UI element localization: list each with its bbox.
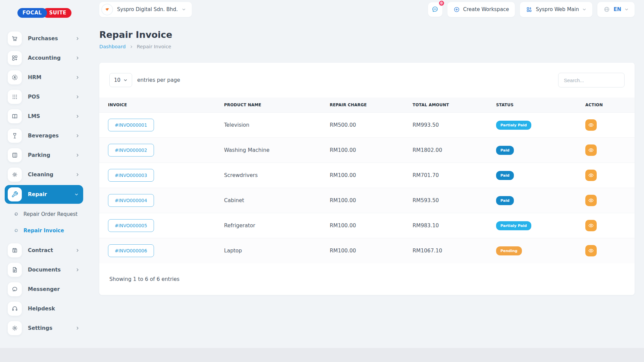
- sidebar-item-repair[interactable]: Repair: [5, 185, 83, 204]
- view-invoice-button[interactable]: [585, 220, 597, 231]
- cart-icon: [8, 32, 22, 46]
- sidebar-item-parking[interactable]: Parking: [0, 145, 89, 165]
- chevron-right-icon: [75, 248, 79, 252]
- sidebar-item-hrm[interactable]: HRM: [0, 68, 89, 87]
- sidebar-item-helpdesk[interactable]: Helpdesk: [0, 299, 89, 318]
- sidebar-item-beverages[interactable]: Beverages: [0, 126, 89, 145]
- chevron-down-icon: [123, 78, 127, 82]
- search-input[interactable]: [558, 73, 625, 87]
- entries-per-page-select[interactable]: 10: [109, 73, 132, 87]
- total-amount-cell: RM983.10: [413, 213, 496, 238]
- sidebar-item-label: Documents: [28, 267, 61, 273]
- chevron-right-icon: [75, 95, 79, 99]
- sidebar-item-label: Settings: [28, 325, 52, 331]
- repair-charge-cell: RM100.00: [330, 238, 413, 263]
- workspace-grid-icon: [526, 6, 532, 13]
- chevron-down-icon: [74, 192, 78, 196]
- breadcrumb-dashboard-link[interactable]: Dashboard: [99, 44, 126, 49]
- status-badge: Paid: [496, 146, 514, 155]
- document-icon: [8, 263, 22, 277]
- table-row: #INVO000004 Cabinet RM100.00 RM593.50 Pa…: [99, 188, 635, 213]
- chevron-right-icon: [75, 173, 79, 177]
- messages-button[interactable]: 0: [428, 2, 442, 17]
- chevron-right-icon: [75, 134, 79, 138]
- view-invoice-button[interactable]: [585, 170, 597, 181]
- brand-logo-left: FOCAL: [17, 8, 47, 18]
- view-invoice-button[interactable]: [585, 119, 597, 131]
- eye-icon: [588, 197, 594, 203]
- chat-icon: [8, 282, 22, 296]
- chevron-right-icon: [75, 268, 79, 272]
- column-header-total-amount: TOTAL AMOUNT: [413, 98, 496, 113]
- column-header-invoice: INVOICE: [99, 98, 224, 113]
- status-badge: Partialy Paid: [496, 121, 531, 130]
- wrench-icon: [8, 187, 22, 201]
- sidebar-item-documents[interactable]: Documents: [0, 260, 89, 280]
- view-invoice-button[interactable]: [585, 245, 597, 256]
- glass-icon: [8, 129, 22, 143]
- language-selector[interactable]: EN: [597, 2, 635, 17]
- create-workspace-label: Create Workspace: [463, 6, 509, 12]
- page-bottom-strip: [0, 348, 644, 362]
- breadcrumb: Dashboard Repair Invoice: [99, 44, 644, 49]
- company-name: Syspro Digital Sdn. Bhd.: [117, 6, 178, 12]
- bullet-circle-icon: [14, 229, 18, 232]
- create-workspace-button[interactable]: Create Workspace: [447, 2, 515, 17]
- product-name-cell: Laptop: [224, 238, 330, 263]
- product-name-cell: Refrigerator: [224, 213, 330, 238]
- parking-icon: [8, 148, 22, 162]
- sidebar-item-contract[interactable]: Contract: [0, 241, 89, 260]
- sidebar-item-pos[interactable]: POS: [0, 87, 89, 107]
- invoice-number-chip[interactable]: #INVO000005: [108, 219, 154, 232]
- table-row: #INVO000003 Screwdrivers RM100.00 RM701.…: [99, 163, 635, 188]
- sidebar-subitem-label: Repair Order Request: [23, 211, 77, 217]
- eye-icon: [588, 122, 594, 128]
- sidebar-item-purchases[interactable]: Purchases: [0, 29, 89, 48]
- sidebar-item-label: Helpdesk: [28, 306, 55, 312]
- company-selector[interactable]: Syspro Digital Sdn. Bhd.: [99, 2, 192, 17]
- sidebar-item-label: Contract: [28, 247, 53, 253]
- table-row: #INVO000001 Television RM500.00 RM993.50…: [99, 113, 635, 138]
- contract-icon: [8, 243, 22, 257]
- sidebar-subitem-repair-order-request[interactable]: Repair Order Request: [0, 206, 89, 222]
- column-header-action: ACTION: [585, 98, 635, 113]
- repair-submenu: Repair Order Request Repair Invoice: [0, 204, 89, 241]
- sidebar-item-lms[interactable]: LMS: [0, 107, 89, 126]
- status-badge: Paid: [496, 196, 514, 205]
- sidebar-subitem-repair-invoice[interactable]: Repair Invoice: [0, 222, 89, 239]
- ledger-grid-icon: [8, 51, 22, 65]
- total-amount-cell: RM1067.10: [413, 238, 496, 263]
- bullet-circle-icon: [14, 212, 18, 216]
- sidebar-item-accounting[interactable]: Accounting: [0, 48, 89, 68]
- view-invoice-button[interactable]: [585, 195, 597, 206]
- total-amount-cell: RM593.50: [413, 188, 496, 213]
- product-name-cell: Washing Machine: [224, 138, 330, 163]
- headset-icon: [8, 302, 22, 316]
- chevron-down-icon: [582, 7, 586, 11]
- chevron-right-icon: [75, 326, 79, 330]
- invoice-number-chip[interactable]: #INVO000001: [108, 119, 154, 131]
- repair-charge-cell: RM100.00: [330, 138, 413, 163]
- language-code: EN: [613, 6, 621, 12]
- sidebar-subitem-label: Repair Invoice: [23, 228, 64, 234]
- sidebar-item-settings[interactable]: Settings: [0, 318, 89, 338]
- workspace-selector[interactable]: Syspro Web Main: [520, 2, 592, 17]
- main-area: Syspro Digital Sdn. Bhd. 0 Create Worksp…: [89, 0, 644, 362]
- sidebar: FOCAL SUITE Purchases Accounting: [0, 0, 89, 362]
- chevron-right-icon: [75, 37, 79, 41]
- chevron-right-icon: [129, 45, 133, 49]
- view-invoice-button[interactable]: [585, 144, 597, 156]
- table-row: #INVO000005 Refrigerator RM100.00 RM983.…: [99, 213, 635, 238]
- topbar: Syspro Digital Sdn. Bhd. 0 Create Worksp…: [99, 0, 644, 19]
- invoice-number-chip[interactable]: #INVO000004: [108, 194, 154, 207]
- invoice-number-chip[interactable]: #INVO000002: [108, 144, 154, 157]
- invoice-number-chip[interactable]: #INVO000006: [108, 244, 154, 257]
- invoice-number-chip[interactable]: #INVO000003: [108, 169, 154, 182]
- chevron-right-icon: [75, 75, 79, 79]
- sidebar-item-cleaning[interactable]: Cleaning: [0, 165, 89, 184]
- globe-icon: [603, 6, 610, 13]
- sidebar-item-messenger[interactable]: Messenger: [0, 280, 89, 299]
- dots-grid-icon: [8, 90, 22, 104]
- eye-icon: [588, 223, 594, 229]
- table-summary: Showing 1 to 6 of 6 entries: [99, 276, 635, 282]
